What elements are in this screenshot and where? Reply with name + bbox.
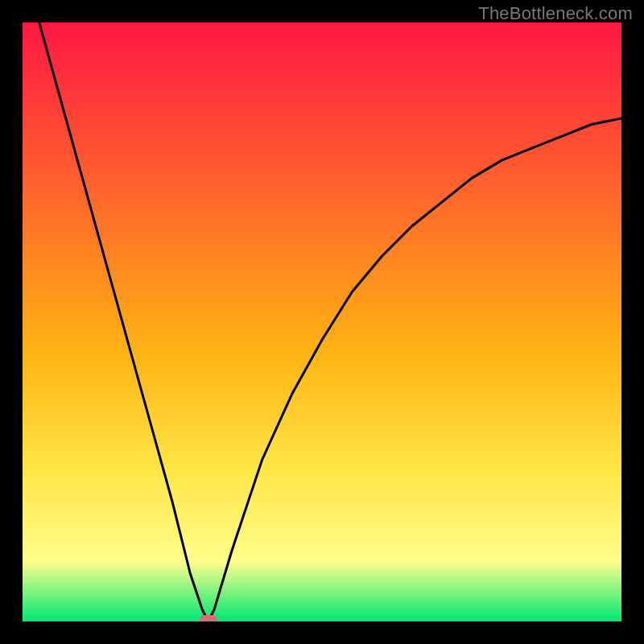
watermark-text: TheBottleneck.com <box>478 3 633 24</box>
minimum-marker <box>200 615 217 621</box>
gradient-background <box>23 23 621 621</box>
chart-frame <box>23 23 621 621</box>
bottleneck-chart <box>23 23 621 621</box>
